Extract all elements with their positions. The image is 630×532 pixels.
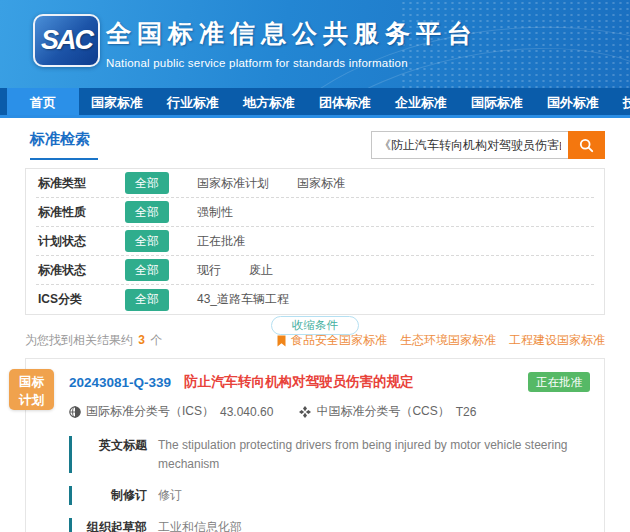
detail-row-revision-type: 制修订 修订 — [69, 486, 590, 505]
nav-item-local-standards[interactable]: 地方标准 — [231, 88, 307, 115]
ccs-value: T26 — [456, 405, 477, 419]
detail-label: 英文标题 — [77, 436, 147, 473]
ccs-label: 中国标准分类号（CCS） — [316, 403, 449, 420]
detail-label: 组织起草部门 — [77, 518, 147, 532]
standard-number-link[interactable]: 20243081-Q-339 — [69, 375, 171, 390]
sac-logo-text: SAC — [41, 25, 92, 56]
detail-list: 英文标题 The stipulation protecting drivers … — [69, 436, 590, 532]
nav-item-technical-committee[interactable]: 技术委员会 — [611, 88, 630, 115]
detail-marker-bar — [69, 518, 72, 532]
filter-label: 标准类型 — [38, 175, 100, 192]
filter-label: 标准性质 — [38, 204, 100, 221]
search-input[interactable] — [371, 131, 568, 159]
nav-item-industry-standards[interactable]: 行业标准 — [155, 88, 231, 115]
detail-value: 工业和信息化部 — [158, 518, 242, 532]
filter-panel: 标准类型 全部 国家标准计划 国家标准 标准性质 全部 强制性 计划状态 全部 … — [25, 168, 605, 315]
nav-item-international-standards[interactable]: 国际标准 — [459, 88, 535, 115]
result-count: 为您找到相关结果约 3 个 — [25, 332, 162, 349]
sac-logo[interactable]: SAC — [33, 14, 100, 67]
filter-option-all[interactable]: 全部 — [125, 172, 169, 194]
collapse-pill-wrap: 收缩条件 — [0, 315, 630, 325]
filter-option[interactable]: 正在批准 — [197, 233, 245, 250]
filter-option[interactable]: 现行 — [197, 262, 221, 279]
page-title: 标准检索 — [30, 130, 98, 160]
type-badge-line2: 计划 — [9, 391, 54, 409]
main-nav: 首页 国家标准 行业标准 地方标准 团体标准 企业标准 国际标准 国外标准 技术… — [0, 88, 630, 118]
magnifier-icon — [579, 138, 594, 153]
standard-type-badge: 国标 计划 — [9, 369, 54, 410]
site-title: 全国标准信息公共服务平台 — [106, 17, 478, 50]
quick-link-ecology[interactable]: 生态环境国家标准 — [400, 332, 496, 349]
result-count-suffix: 个 — [150, 333, 162, 347]
detail-label: 制修订 — [77, 486, 147, 505]
filter-row-plan-status: 计划状态 全部 正在批准 — [36, 227, 594, 256]
ics-value: 43.040.60 — [220, 405, 273, 419]
collapse-conditions-button[interactable]: 收缩条件 — [271, 316, 359, 335]
result-count-prefix: 为您找到相关结果约 — [25, 333, 133, 347]
classification-row: 国际标准分类号（ICS） 43.040.60 中国标准分类号（CCS） T26 — [69, 403, 590, 420]
filter-option-all[interactable]: 全部 — [125, 201, 169, 223]
filter-row-standard-status: 标准状态 全部 现行 废止 — [36, 256, 594, 285]
detail-marker-bar — [69, 436, 72, 473]
filter-label: 计划状态 — [38, 233, 100, 250]
detail-value: The stipulation protecting drivers from … — [158, 436, 590, 473]
filter-option-all[interactable]: 全部 — [125, 230, 169, 252]
site-header: SAC 全国标准信息公共服务平台 National public service… — [0, 0, 630, 88]
filter-option[interactable]: 国家标准计划 — [197, 175, 269, 192]
standard-title-link[interactable]: 防止汽车转向机构对驾驶员伤害的规定 — [184, 373, 414, 391]
detail-row-drafting-department: 组织起草部门 工业和信息化部 — [69, 518, 590, 532]
search-button[interactable] — [568, 131, 605, 159]
filter-row-ics-classification: ICS分类 全部 43_道路车辆工程 — [36, 285, 594, 314]
header-titles: 全国标准信息公共服务平台 National public service pla… — [106, 17, 478, 69]
ics-label: 国际标准分类号（ICS） — [86, 403, 214, 420]
type-badge-line1: 国标 — [9, 373, 54, 391]
filter-option[interactable]: 强制性 — [197, 204, 233, 221]
detail-marker-bar — [69, 486, 72, 505]
nav-item-home[interactable]: 首页 — [7, 88, 79, 115]
filter-label: ICS分类 — [38, 291, 100, 308]
bookmark-icon — [277, 335, 286, 347]
search-section: 标准检索 — [0, 118, 630, 162]
filter-label: 标准状态 — [38, 262, 100, 279]
nav-item-foreign-standards[interactable]: 国外标准 — [535, 88, 611, 115]
filter-option[interactable]: 废止 — [249, 262, 273, 279]
nav-item-group-standards[interactable]: 团体标准 — [307, 88, 383, 115]
quick-link-engineering[interactable]: 工程建设国家标准 — [509, 332, 605, 349]
detail-value: 修订 — [158, 486, 182, 505]
status-badge: 正在批准 — [528, 372, 590, 392]
result-count-number: 3 — [136, 333, 147, 347]
nav-item-enterprise-standards[interactable]: 企业标准 — [383, 88, 459, 115]
filter-option-all[interactable]: 全部 — [125, 259, 169, 281]
search-box — [371, 131, 605, 159]
filter-option-all[interactable]: 全部 — [125, 289, 169, 311]
filter-row-standard-type: 标准类型 全部 国家标准计划 国家标准 — [36, 169, 594, 198]
filter-option[interactable]: 国家标准 — [297, 175, 345, 192]
site-subtitle: National public service platform for sta… — [106, 57, 478, 69]
filter-row-standard-nature: 标准性质 全部 强制性 — [36, 198, 594, 227]
card-title-row: 20243081-Q-339 防止汽车转向机构对驾驶员伤害的规定 正在批准 — [69, 372, 590, 392]
globe-icon — [69, 406, 81, 418]
result-card: 国标 计划 20243081-Q-339 防止汽车转向机构对驾驶员伤害的规定 正… — [25, 358, 605, 532]
nav-item-national-standards[interactable]: 国家标准 — [79, 88, 155, 115]
diamond-cluster-icon — [299, 406, 311, 418]
detail-row-english-title: 英文标题 The stipulation protecting drivers … — [69, 436, 590, 473]
filter-option[interactable]: 43_道路车辆工程 — [197, 291, 289, 308]
